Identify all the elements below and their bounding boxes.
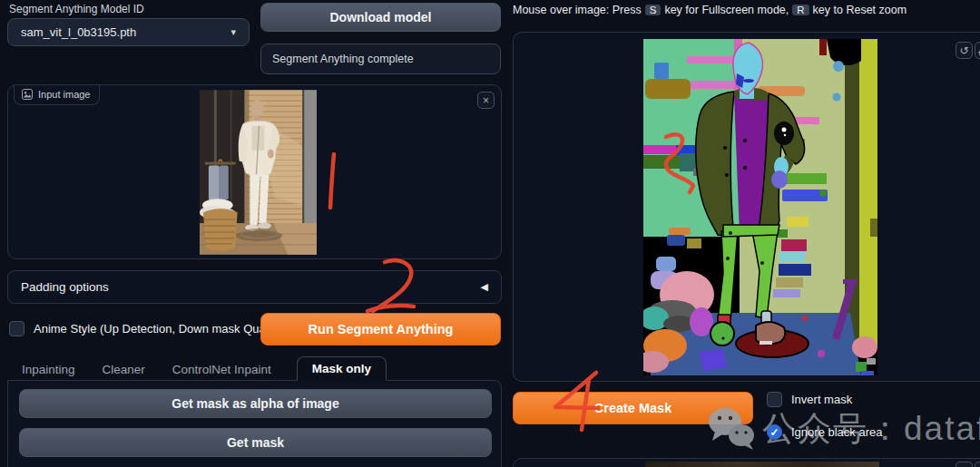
- input-image-tab[interactable]: Input image: [14, 85, 100, 105]
- model-id-dropdown[interactable]: sam_vit_l_0b3195.pth ▾: [7, 18, 250, 46]
- image-icon: [22, 89, 33, 100]
- reset-zoom-icon: ↺: [959, 44, 968, 57]
- ignore-black-area-row: ✓ Ignore black area: [767, 424, 882, 440]
- get-mask-button[interactable]: Get mask: [19, 428, 492, 457]
- invert-mask-label: Invert mask: [791, 393, 852, 406]
- tab-controlnet-inpaint[interactable]: ControlNet Inpaint: [171, 358, 273, 381]
- app-window: Segment Anything Model ID sam_vit_l_0b31…: [0, 0, 980, 467]
- run-segment-anything-label: Run Segment Anything: [309, 322, 454, 336]
- model-id-value: sam_vit_l_0b3195.pth: [21, 25, 136, 39]
- key-r-badge: R: [792, 5, 808, 15]
- padding-options-label: Padding options: [21, 280, 109, 294]
- check-icon: ✓: [769, 426, 779, 439]
- ignore-black-area-label: Ignore black area: [791, 425, 882, 439]
- ignore-black-area-checkbox[interactable]: ✓: [767, 424, 782, 440]
- run-segment-anything-button[interactable]: Run Segment Anything: [260, 313, 501, 345]
- next-image-sliver: [645, 462, 879, 467]
- next-reset-zoom-button[interactable]: [956, 462, 973, 467]
- download-model-label: Download model: [330, 10, 432, 24]
- tab-cleaner[interactable]: Cleaner: [101, 358, 147, 381]
- next-image-panel: [513, 458, 980, 467]
- wechat-icon: [708, 406, 755, 450]
- next-edit-button[interactable]: [975, 462, 980, 467]
- input-image-tab-label: Input image: [38, 89, 90, 100]
- tab-bar: Inpainting Cleaner ControlNet Inpaint Ma…: [7, 355, 502, 381]
- mask-only-panel: Get mask as alpha of image Get mask: [7, 380, 502, 467]
- invert-mask-checkbox[interactable]: [767, 392, 782, 407]
- mouseover-note: Mouse over image: PressSkey for Fullscre…: [513, 4, 906, 16]
- close-icon: ×: [483, 94, 489, 107]
- create-mask-label: Create Mask: [594, 401, 671, 415]
- download-model-button[interactable]: Download model: [260, 3, 501, 32]
- note-prefix: Mouse over image: Press: [513, 4, 642, 16]
- tab-inpainting[interactable]: Inpainting: [20, 358, 77, 381]
- input-photo[interactable]: [200, 90, 317, 255]
- anime-style-label: Anime Style (Up Detection, Down mask Qua…: [34, 322, 284, 336]
- collapse-arrow-icon: ◀: [481, 281, 488, 293]
- invert-mask-row: Invert mask: [767, 392, 852, 407]
- anime-style-row: Anime Style (Up Detection, Down mask Qua…: [9, 321, 284, 336]
- input-image-panel: Input image ×: [7, 84, 502, 259]
- note-suffix: key to Reset zoom: [813, 4, 907, 16]
- note-mid: key for Fullscreen mode,: [664, 4, 789, 16]
- clear-image-button[interactable]: ×: [477, 92, 495, 109]
- segmentation-image[interactable]: [643, 39, 877, 375]
- get-mask-alpha-label: Get mask as alpha of image: [172, 396, 338, 411]
- key-s-badge: S: [645, 5, 662, 15]
- segmentation-panel: ↺: [513, 32, 980, 382]
- status-text: Segment Anything complete: [272, 53, 414, 65]
- get-mask-label: Get mask: [227, 435, 284, 450]
- model-id-label: Segment Anything Model ID: [9, 3, 144, 15]
- edit-mask-button[interactable]: [975, 42, 980, 59]
- padding-options-accordion[interactable]: Padding options ◀: [7, 270, 502, 304]
- tab-mask-only[interactable]: Mask only: [297, 356, 387, 381]
- get-mask-alpha-button[interactable]: Get mask as alpha of image: [19, 389, 492, 418]
- anime-style-checkbox[interactable]: [9, 321, 24, 336]
- reset-zoom-button[interactable]: ↺: [956, 42, 973, 59]
- status-textbox: Segment Anything complete: [260, 44, 501, 74]
- chevron-down-icon: ▾: [230, 26, 236, 38]
